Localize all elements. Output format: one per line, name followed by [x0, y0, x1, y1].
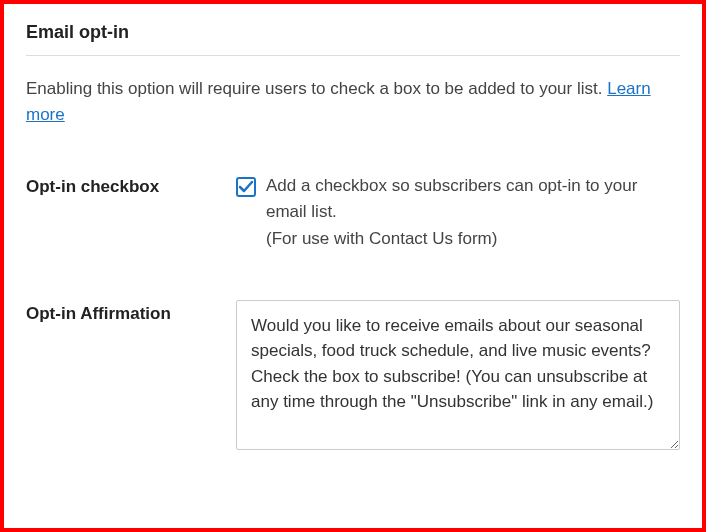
- optin-checkbox-text: Add a checkbox so subscribers can opt-in…: [266, 173, 680, 224]
- optin-checkbox-label: Opt-in checkbox: [26, 173, 236, 199]
- optin-affirmation-row: Opt-in Affirmation: [26, 300, 680, 458]
- optin-checkbox-input[interactable]: [236, 177, 256, 197]
- optin-checkbox-note: (For use with Contact Us form): [266, 226, 680, 252]
- checkmark-icon: [237, 178, 255, 196]
- textarea-wrap: [236, 300, 680, 458]
- section-description: Enabling this option will require users …: [26, 76, 680, 127]
- optin-affirmation-label: Opt-in Affirmation: [26, 300, 236, 326]
- section-title: Email opt-in: [26, 22, 680, 56]
- optin-affirmation-textarea[interactable]: [236, 300, 680, 450]
- checkbox-line: Add a checkbox so subscribers can opt-in…: [236, 173, 680, 224]
- description-text: Enabling this option will require users …: [26, 79, 607, 98]
- optin-affirmation-content: [236, 300, 680, 458]
- optin-checkbox-row: Opt-in checkbox Add a checkbox so subscr…: [26, 173, 680, 252]
- email-optin-panel: Email opt-in Enabling this option will r…: [0, 0, 706, 532]
- optin-checkbox-content: Add a checkbox so subscribers can opt-in…: [236, 173, 680, 252]
